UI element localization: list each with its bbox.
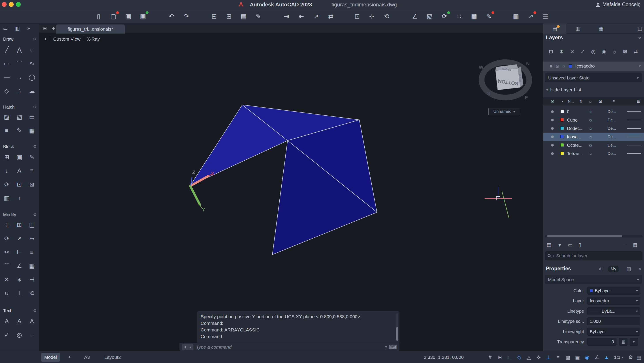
polyline-tool[interactable]: ⋀: [13, 43, 26, 57]
write-block-tool[interactable]: ↓: [0, 164, 13, 178]
snap-mode-icon[interactable]: ⊞: [496, 353, 504, 362]
offset-tool[interactable]: ≡: [26, 246, 38, 259]
new-layer-icon[interactable]: ⊞: [548, 47, 554, 56]
close-window-button[interactable]: [2, 2, 6, 7]
freeze-icon[interactable]: ☼: [588, 141, 592, 150]
object-snap-tracking-icon[interactable]: ⊹: [535, 353, 542, 362]
paste-icon[interactable]: ▧: [425, 11, 435, 22]
layer-name[interactable]: Octae...: [567, 141, 582, 150]
command-scrollbar-thumb[interactable]: [396, 327, 398, 341]
transparency-dropdown-button[interactable]: ▾: [630, 338, 638, 346]
edit-hatch-tool[interactable]: ✎: [13, 124, 26, 138]
viewcube[interactable]: W N S E BOTTOM FRONT RIGHT: [476, 58, 535, 104]
etransmit-icon[interactable]: ↗: [311, 11, 321, 22]
layer-lineweight[interactable]: De...: [608, 124, 616, 132]
window-selection-icon[interactable]: ⊡: [352, 11, 362, 22]
layer-filter-icon[interactable]: ▼: [557, 242, 562, 248]
match-layer-icon[interactable]: ⇄: [633, 47, 639, 56]
layer-color-swatch[interactable]: [560, 143, 564, 147]
float-palette-icon[interactable]: ▭: [3, 26, 8, 31]
mirror-tool[interactable]: ◫: [26, 218, 38, 232]
gear-icon[interactable]: ⚙: [33, 104, 37, 110]
collapse-panel-icon[interactable]: ⇥: [637, 266, 641, 272]
freeze-icon[interactable]: ☼: [588, 124, 592, 132]
scrollbar-thumb[interactable]: [547, 235, 622, 237]
lineweight-display-icon[interactable]: ≡: [554, 353, 562, 362]
plot-icon[interactable]: ⊞: [224, 11, 234, 22]
space-selector[interactable]: Model Space ▾: [545, 275, 642, 284]
annotation-scale-button[interactable]: 1:1 ▾: [613, 354, 625, 360]
layer-row-selected[interactable]: Icosa... ☼ De...: [543, 132, 644, 141]
gradient-tool[interactable]: ▧: [13, 110, 26, 124]
linetype-scale-field[interactable]: 1.000: [587, 317, 640, 325]
construction-line-tool[interactable]: —: [0, 70, 13, 84]
layer-search-input[interactable]: [556, 253, 640, 258]
explode-tool[interactable]: ∗: [13, 273, 26, 286]
create-block-tool[interactable]: ▣: [13, 150, 26, 164]
lock-icon[interactable]: ⊠: [599, 97, 602, 106]
rotate-3d-tool[interactable]: ⟲: [26, 286, 38, 300]
polar-tracking-icon[interactable]: ◇: [516, 353, 523, 362]
user-account-button[interactable]: Mafalda Conceiç: [595, 0, 644, 9]
layer-state-dropdown[interactable]: Unsaved Layer State ▾: [545, 74, 642, 82]
trim-tool[interactable]: ✂: [0, 246, 13, 259]
sun-icon[interactable]: ☼: [588, 97, 592, 106]
text-style-tool[interactable]: ≡: [26, 328, 38, 342]
dock-palette-icon[interactable]: ◧: [15, 26, 20, 31]
align-tool[interactable]: ⊥: [13, 286, 26, 300]
layer-row[interactable]: Cubo ☼ De...: [543, 116, 644, 124]
import-icon[interactable]: ⇥: [282, 11, 292, 22]
panel-options-icon[interactable]: ◫: [638, 26, 642, 31]
export-icon[interactable]: ⇤: [296, 11, 306, 22]
annotation-visibility-icon[interactable]: ▲: [603, 353, 610, 362]
gear-icon[interactable]: ⚙: [33, 37, 37, 42]
scale-tool[interactable]: ↗: [13, 232, 26, 246]
lineweight-dropdown[interactable]: ByLayer ▾: [587, 328, 640, 336]
layer-dropdown[interactable]: Icosaedro ▾: [587, 297, 640, 305]
page-setup-icon[interactable]: ▤: [238, 11, 249, 22]
icosahedron-object[interactable]: [190, 105, 377, 255]
new-drawing-icon[interactable]: ▯: [94, 11, 104, 22]
layer-color-swatch[interactable]: [560, 110, 564, 113]
delete-layer-icon[interactable]: ✕: [569, 47, 575, 56]
manage-attributes-tool[interactable]: ≡: [26, 164, 38, 178]
single-line-text-tool[interactable]: A: [13, 314, 26, 328]
layer-name[interactable]: Tetrae...: [567, 150, 583, 158]
ortho-mode-icon[interactable]: ∟: [506, 353, 513, 362]
erase-tool[interactable]: ✕: [0, 273, 13, 286]
circle-tool[interactable]: ○: [26, 43, 38, 57]
rectangle-tool[interactable]: ▭: [0, 57, 13, 70]
revision-cloud-tool[interactable]: ☁: [26, 84, 38, 98]
layer-linetype-sample[interactable]: [627, 128, 641, 129]
new-frozen-layer-icon[interactable]: ❄: [558, 47, 564, 56]
remove-filter-icon[interactable]: −: [624, 242, 627, 248]
layer-color-swatch[interactable]: [560, 135, 564, 138]
freeze-icon[interactable]: ☼: [588, 116, 592, 124]
layer-row[interactable]: 0 ☼ De...: [543, 108, 644, 116]
new-layout-button[interactable]: +: [66, 353, 73, 362]
gear-icon[interactable]: ⚙: [33, 308, 37, 313]
collapse-panel-icon[interactable]: ⇥: [638, 35, 641, 40]
horizontal-scrollbar[interactable]: [545, 235, 642, 238]
viewport-visual-style-control[interactable]: X-Ray: [87, 36, 100, 42]
redo-icon[interactable]: ↷: [181, 11, 191, 22]
layers-panel-tab[interactable]: ▤: [543, 24, 566, 34]
sheet-set-icon[interactable]: ▥: [511, 11, 521, 22]
layer-color-swatch[interactable]: [560, 152, 564, 155]
layer-states-icon[interactable]: ▤: [547, 242, 552, 248]
layer-row[interactable]: Dodec... ☼ De...: [543, 124, 644, 132]
name-column-header[interactable]: N...: [568, 97, 574, 106]
share-icon[interactable]: ↗: [526, 11, 536, 22]
reference-panel-tab[interactable]: ▦: [590, 24, 613, 34]
layer-lineweight[interactable]: De...: [608, 141, 616, 150]
line-tool[interactable]: ╱: [0, 43, 13, 57]
point-style-icon[interactable]: ∷: [454, 11, 464, 22]
markup-icon[interactable]: ✎: [484, 11, 494, 22]
freeze-icon[interactable]: ☼: [588, 150, 592, 158]
layer-linetype-sample[interactable]: [627, 153, 641, 154]
isolate-layer-icon[interactable]: ◎: [590, 47, 596, 56]
boundary-tool[interactable]: ▭: [26, 110, 38, 124]
annotation-monitor-icon[interactable]: ▤: [636, 353, 642, 362]
viewcube-west-label[interactable]: W: [479, 64, 484, 70]
layer-row[interactable]: Octae... ☼ De...: [543, 141, 644, 150]
